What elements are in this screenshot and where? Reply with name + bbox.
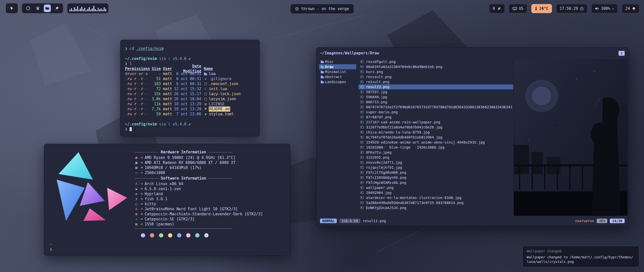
file-row[interactable]: 8FKa7Cu.jpeg xyxy=(358,150,513,155)
file-row[interactable]: nnvuv0xj2df71.jpg xyxy=(358,160,513,165)
hardware-value: AMD ATI Radeon RX 6800/6800 XT / 6900 XT xyxy=(145,160,235,165)
image-file-icon xyxy=(360,105,364,110)
paw-workspace-icon[interactable] xyxy=(34,5,42,12)
file-type-icon xyxy=(203,81,208,86)
file-row[interactable]: 3122955.png xyxy=(358,155,513,160)
file-row[interactable]: 587597.jpg xyxy=(358,89,513,94)
terminal-window[interactable]: ❯cd.config/nvim ~/.config/nvimvia☾v5.4.6… xyxy=(120,40,260,137)
arrow-icon: ➜ xyxy=(140,201,143,207)
file-type-icon xyxy=(203,71,208,76)
keyboard-layout-module[interactable]: US xyxy=(509,4,527,13)
prompt-via: via xyxy=(159,122,166,127)
temperature-module[interactable]: 26°C xyxy=(531,4,552,13)
file-row[interactable]: wallpaper.png xyxy=(358,185,513,190)
file-row[interactable]: 866715.png xyxy=(358,99,513,105)
folder-workspace-icon[interactable] xyxy=(44,5,51,12)
file-row[interactable]: kurz.png xyxy=(358,69,513,74)
software-value: Catppuccin-SE [GTK2/3] xyxy=(145,217,195,222)
file-row[interactable]: 3126f7e9bbf21a8a4af0b67b041c6e26.jpg xyxy=(358,125,513,130)
visualizer-bar xyxy=(83,9,84,11)
visualizer-bar xyxy=(105,9,106,11)
check-icon: ✔ xyxy=(189,56,191,61)
breadcrumb-path: ~/Imagenes/Wallpapers/Draw xyxy=(320,51,379,55)
circle-workspace-icon[interactable] xyxy=(25,5,32,12)
file-name: .gitignore xyxy=(209,76,231,81)
file-name: 3126f7e9bbf21a8a4af0b67b041c6e26.jpg xyxy=(366,125,442,129)
tab-badge[interactable]: 1 xyxy=(619,51,625,56)
palette-dot xyxy=(195,233,199,237)
file-row[interactable]: result2.png xyxy=(358,84,513,89)
file-type-icon xyxy=(203,91,208,96)
file-row[interactable]: 5a266e448add93deab367d87173e9f25-6837886… xyxy=(358,200,513,205)
prompt-path: ~ xyxy=(50,242,52,247)
visualizer-bar xyxy=(93,6,94,11)
folder-row[interactable]: Draw xyxy=(319,64,356,69)
file-owner: matt xyxy=(163,96,173,101)
file-row[interactable]: 87r687df.png xyxy=(358,115,513,120)
image-file-icon xyxy=(360,175,364,180)
file-row[interactable]: 154928-odinokoe-anime-art-anime-okno-sin… xyxy=(358,140,513,145)
file-row[interactable]: 596848.jpg xyxy=(358,94,513,99)
file-permissions: .rw-r--r-- xyxy=(125,86,149,91)
file-row[interactable]: atardecer-en-la-montanas-ilustracion-634… xyxy=(358,195,513,200)
file-name: chica-mirando-la-luna-8799.jpg xyxy=(366,130,430,134)
file-row[interactable]: super-mario.png xyxy=(358,110,513,115)
hardware-list: ▣ ➜ AMD Ryzen 9 5900X (24) @ 4.9GHz [61.… xyxy=(134,155,285,175)
folder-row[interactable]: Landscapes xyxy=(319,79,356,84)
file-date: 26 oct 10:04 xyxy=(174,96,201,101)
visualizer-bar xyxy=(75,9,76,11)
file-row[interactable]: 20492984.jpg xyxy=(358,190,513,195)
image-file-icon xyxy=(360,59,364,64)
brush-workspace-icon[interactable] xyxy=(53,5,60,12)
file-row[interactable]: 19201080-__blue-tinge__-1920x1080.jpg xyxy=(358,145,513,150)
file-date: 7 oct 23:06 xyxy=(174,112,201,117)
file-row[interactable]: chica-mirando-la-luna-8799.jpg xyxy=(358,130,513,135)
file-row[interactable]: ressdfgult.png xyxy=(358,59,513,64)
file-row[interactable]: 08a634fa02a32364f69ebc86a98eb1eb.png xyxy=(358,64,513,69)
software-value: JetBrainsMono Nerd Font Light 10 [GTK2/3… xyxy=(145,207,238,212)
notification-popup[interactable]: Wallpaper Changed Wallpaper changed to /… xyxy=(522,246,639,267)
notifications-module[interactable]: 24 xyxy=(622,4,639,13)
file-owner: matt xyxy=(163,81,173,86)
music-widget[interactable]: thrown - on the verge xyxy=(290,4,354,14)
software-value: 6.5.8-zen1-1-zen xyxy=(145,186,181,191)
software-line: ❯ ➜ fish 3.6.1 xyxy=(134,196,285,201)
file-name: 154928-odinokoe-anime-art-anime-okno-sin… xyxy=(366,140,485,144)
lua-moon-icon: ☾ xyxy=(168,122,171,127)
file-row[interactable]: rsjqojlmjhf91.jpg xyxy=(358,165,513,170)
palette-dot xyxy=(177,233,181,237)
clock-module[interactable]: 17:50:29 xyxy=(556,4,587,13)
updates-module[interactable]: 0 xyxy=(489,4,505,13)
file-row[interactable]: resssult.png xyxy=(358,74,513,79)
file-size: 15k xyxy=(150,91,161,96)
command-cd: cd xyxy=(130,46,134,51)
file-name: result2.png xyxy=(366,85,389,89)
file-row[interactable]: 0c794faf07de24a4db4d4fb1eb813964.jpg xyxy=(358,135,513,140)
folder-row[interactable]: Abstract xyxy=(319,74,356,79)
launcher-button[interactable] xyxy=(6,3,18,13)
software-icon: ❖ xyxy=(134,191,138,196)
file-row[interactable]: 68747470733a2f2f696d616765732d7769786d70… xyxy=(358,105,513,110)
image-file-icon xyxy=(360,195,364,200)
visualizer-bar xyxy=(87,9,88,11)
fetch-terminal-window[interactable]: Hardware Information ▣ ➜ AMD Ryzen 9 590… xyxy=(44,144,290,256)
file-manager-window[interactable]: ~/Imagenes/Wallpapers/Draw 1 Misc Draw M… xyxy=(316,47,628,226)
file-owner: matt xyxy=(163,76,173,81)
file-permissions: .rw-r--r-- xyxy=(125,91,149,96)
lua-version: v5.4.6 xyxy=(173,56,186,61)
file-row[interactable]: re1sult.png xyxy=(358,79,513,84)
lua-moon-icon: ☾ xyxy=(168,56,171,61)
file-row[interactable]: FXfcII0X0AQyn9X.png xyxy=(358,175,513,180)
folder-icon xyxy=(320,79,325,84)
folder-row[interactable]: Minimalist xyxy=(319,69,356,74)
file-row[interactable]: EeNKYgIUcAAJ5JX.png xyxy=(358,205,513,210)
visualizer-bar xyxy=(95,9,96,11)
file-row[interactable]: 217167-sad-anime-rain-wallpaper.png xyxy=(358,120,513,125)
file-name: init.lua xyxy=(209,86,227,91)
volume-module[interactable]: 100% ↑ xyxy=(591,4,618,13)
folder-row[interactable]: Misc xyxy=(319,59,356,64)
ls-header-row: Permissions Size User Date Modified Name xyxy=(125,66,255,71)
file-row[interactable]: FXfcJlTXgAMvH6R.png xyxy=(358,170,513,175)
ls-row: .rw-r--r-- 59 matt 7 oct 23:06 stylua.to… xyxy=(125,112,255,117)
file-row[interactable]: FXfcHgcWIAMzs0G.png xyxy=(358,180,513,185)
